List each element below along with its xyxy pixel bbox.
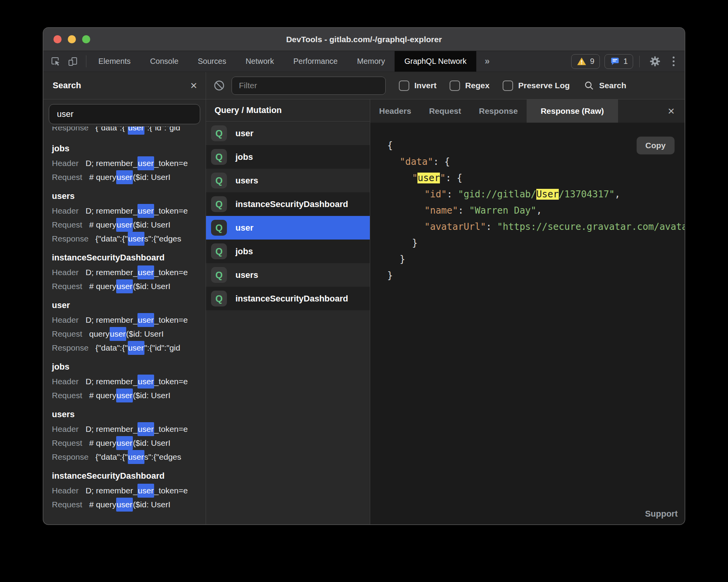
search-panel-header: Search × xyxy=(43,72,206,99)
result-line-request[interactable]: Request# query user ($id: UserI xyxy=(52,218,206,232)
result-section-title[interactable]: instanceSecurityDashboard xyxy=(52,250,206,265)
result-line-header[interactable]: HeaderD; remember_user_token=e xyxy=(52,313,206,327)
result-section-title[interactable]: user xyxy=(52,298,206,313)
devtools-tab-sources[interactable]: Sources xyxy=(188,51,236,72)
warning-count: 9 xyxy=(590,57,594,66)
detail-close-icon[interactable]: × xyxy=(658,99,685,123)
detail-tab-response-raw[interactable]: Response (Raw) xyxy=(527,99,618,123)
result-line-request[interactable]: Request# query user ($id: UserI xyxy=(52,436,206,450)
checkbox-group-regex[interactable]: Regex xyxy=(450,80,489,91)
devtools-tab-performance[interactable]: Performance xyxy=(284,51,348,72)
search-input-wrap xyxy=(49,104,200,124)
result-section-title[interactable]: jobs xyxy=(52,359,206,375)
menu-button[interactable] xyxy=(669,56,678,66)
result-text: s":{"edges xyxy=(144,232,181,246)
json-token: /13704317" xyxy=(559,189,615,200)
result-line-request[interactable]: Request# query user ($id: UserI xyxy=(52,498,206,512)
result-section-users: usersHeaderD; remember_user_token=eReque… xyxy=(52,188,206,246)
devtools-tab-network[interactable]: Network xyxy=(236,51,283,72)
result-line-request[interactable]: Request# query user ($id: UserI xyxy=(52,389,206,402)
result-text: D; remember_ xyxy=(86,375,137,389)
result-line-header[interactable]: HeaderD; remember_user_token=e xyxy=(52,265,206,279)
search-match-highlight: user xyxy=(116,279,133,293)
result-line-header[interactable]: HeaderD; remember_user_token=e xyxy=(52,204,206,218)
result-line-label: Request xyxy=(52,218,82,232)
detail-tab-response[interactable]: Response xyxy=(470,99,527,123)
result-line-label: Header xyxy=(52,313,79,327)
search-results-panel: Response{"data":{"user":{"id":"gid jobsH… xyxy=(43,99,206,524)
devtools-tab-console[interactable]: Console xyxy=(140,51,188,72)
result-section-title[interactable]: jobs xyxy=(52,141,206,156)
titlebar[interactable]: DevTools - gitlab.com/-/graphql-explorer xyxy=(43,28,685,51)
query-row-users[interactable]: Qusers xyxy=(206,169,370,192)
query-row-label: user xyxy=(235,223,253,233)
result-line-response[interactable]: Response{"data":{"users":{"edges xyxy=(52,450,206,464)
search-match-highlight: user xyxy=(137,313,154,327)
checkbox-group-preserve-log[interactable]: Preserve Log xyxy=(503,80,570,91)
result-line-response[interactable]: Response{"data":{"user":{"id":"gid xyxy=(52,341,206,355)
query-row-user[interactable]: Quser xyxy=(206,216,370,240)
query-row-jobs[interactable]: Qjobs xyxy=(206,145,370,169)
result-line-header[interactable]: HeaderD; remember_user_token=e xyxy=(52,156,206,170)
result-text: _token=e xyxy=(154,313,188,327)
result-line-request[interactable]: Request# query user ($id: UserI xyxy=(52,279,206,293)
json-token: : xyxy=(458,205,469,216)
result-text: # query xyxy=(89,389,116,402)
checkbox-group-invert[interactable]: Invert xyxy=(399,80,436,91)
result-section-title[interactable]: instanceSecurityDashboard xyxy=(52,468,206,484)
search-panel-close-icon[interactable]: × xyxy=(190,80,197,91)
checkbox-label-invert: Invert xyxy=(414,81,436,90)
checkbox-invert[interactable] xyxy=(399,80,409,91)
query-rows: QuserQjobsQusersQinstanceSecurityDashboa… xyxy=(206,122,370,310)
copy-button[interactable]: Copy xyxy=(637,137,675,154)
result-text: ($id: UserI xyxy=(126,327,164,341)
result-line-response[interactable]: Response{"data":{"user":{"id":"gid xyxy=(52,127,206,135)
query-row-users[interactable]: Qusers xyxy=(206,263,370,287)
search-match-highlight: user xyxy=(137,422,154,436)
result-text: ($id: UserI xyxy=(133,498,170,512)
filter-input[interactable] xyxy=(232,77,386,95)
clipped-result-line[interactable]: Response{"data":{"user":{"id":"gid xyxy=(52,127,206,137)
checkbox-regex[interactable] xyxy=(450,80,460,91)
close-window-button[interactable] xyxy=(53,35,62,43)
result-section-title[interactable]: users xyxy=(52,188,206,204)
search-match-highlight: user xyxy=(116,218,133,232)
devtools-tab-elements[interactable]: Elements xyxy=(89,51,140,72)
settings-button[interactable] xyxy=(646,55,664,67)
result-line-label: Header xyxy=(52,204,79,218)
query-row-user[interactable]: Quser xyxy=(206,122,370,145)
json-token: "data" xyxy=(400,156,433,167)
inspect-element-icon[interactable] xyxy=(50,56,61,67)
result-line-header[interactable]: HeaderD; remember_user_token=e xyxy=(52,422,206,436)
more-tabs-button[interactable]: » xyxy=(476,51,498,72)
json-token: "name" xyxy=(424,205,458,216)
warnings-badge[interactable]: 9 xyxy=(571,54,600,69)
minimize-window-button[interactable] xyxy=(68,35,76,43)
zoom-window-button[interactable] xyxy=(82,35,90,43)
device-toolbar-icon[interactable] xyxy=(67,56,78,67)
devtools-tab-graphql-network[interactable]: GraphQL Network xyxy=(395,51,476,72)
support-link[interactable]: Support xyxy=(645,509,678,519)
checkbox-label-preserve-log: Preserve Log xyxy=(518,81,570,90)
query-row-jobs[interactable]: Qjobs xyxy=(206,240,370,263)
checkbox-preserve-log[interactable] xyxy=(503,80,513,91)
result-line-request[interactable]: Request# query user ($id: UserI xyxy=(52,170,206,184)
query-type-icon: Q xyxy=(211,196,227,212)
search-toggle[interactable]: Search xyxy=(584,80,626,91)
result-line-request[interactable]: Requestquery user ($id: UserI xyxy=(52,327,206,341)
search-results-list: Response{"data":{"user":{"id":"gid jobsH… xyxy=(43,127,206,524)
tabbar-divider xyxy=(86,55,86,67)
query-row-instancesecuritydashboard[interactable]: QinstanceSecurityDashboard xyxy=(206,192,370,216)
clear-icon[interactable] xyxy=(213,79,225,92)
query-row-instancesecuritydashboard[interactable]: QinstanceSecurityDashboard xyxy=(206,287,370,310)
result-line-header[interactable]: HeaderD; remember_user_token=e xyxy=(52,484,206,498)
detail-tab-request[interactable]: Request xyxy=(420,99,470,123)
result-line-response[interactable]: Response{"data":{"users":{"edges xyxy=(52,232,206,246)
detail-tab-headers[interactable]: Headers xyxy=(370,99,420,123)
devtools-tab-memory[interactable]: Memory xyxy=(347,51,395,72)
json-token: : { xyxy=(446,173,462,183)
issues-badge[interactable]: 1 xyxy=(604,54,633,69)
result-section-title[interactable]: users xyxy=(52,407,206,422)
search-input[interactable] xyxy=(49,104,200,124)
result-line-header[interactable]: HeaderD; remember_user_token=e xyxy=(52,375,206,389)
